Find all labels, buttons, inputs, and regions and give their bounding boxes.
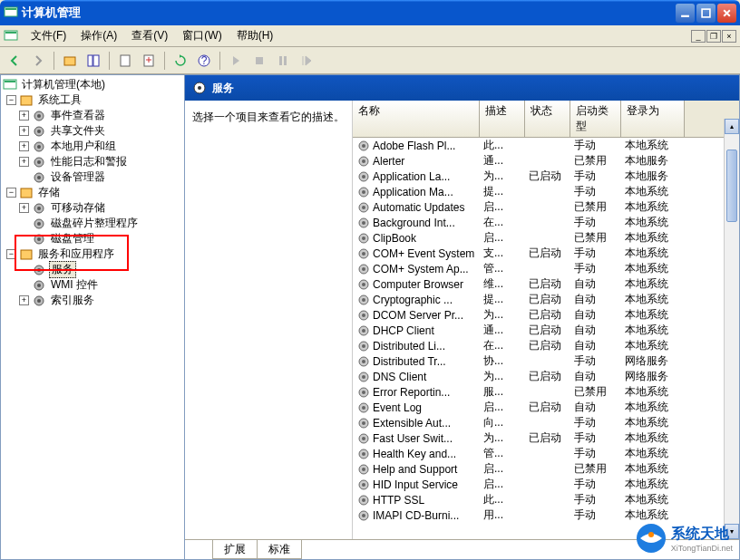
service-row[interactable]: ClipBook启...已禁用本地系统: [353, 230, 739, 246]
service-icon: [356, 169, 371, 184]
service-row[interactable]: Fast User Swit...为...已启动手动本地系统: [353, 430, 739, 446]
service-row[interactable]: DCOM Server Pr...为...已启动自动本地系统: [353, 307, 739, 323]
service-icon: [356, 493, 371, 507]
tree-item[interactable]: +事件查看器: [3, 108, 182, 123]
gear-icon: [32, 278, 46, 293]
service-row[interactable]: HID Input Service启...手动本地系统: [353, 477, 739, 492]
tree-item-label: 性能日志和警报: [49, 154, 129, 169]
properties-button[interactable]: [114, 50, 136, 72]
vertical-scrollbar[interactable]: ▴ ▾: [724, 119, 739, 539]
service-row[interactable]: Automatic Updates启...已禁用本地系统: [353, 199, 739, 215]
service-row[interactable]: Help and Support启...已禁用本地系统: [353, 461, 739, 477]
col-startup[interactable]: 启动类型: [570, 101, 621, 137]
menu-help[interactable]: 帮助(H): [229, 26, 281, 45]
stop-button[interactable]: [248, 50, 270, 72]
service-row[interactable]: DHCP Client通...已启动自动本地系统: [353, 323, 739, 338]
svc-desc: 维...: [480, 276, 525, 292]
services-list[interactable]: 名称 描述 状态 启动类型 登录为 Adobe Flash Pl...此...手…: [353, 101, 739, 539]
tree-toggle[interactable]: +: [19, 157, 29, 167]
refresh-button[interactable]: [170, 50, 191, 72]
tree-toggle[interactable]: +: [19, 203, 29, 213]
tab-standard[interactable]: 标准: [257, 540, 302, 559]
tree-toggle[interactable]: +: [19, 111, 29, 121]
service-row[interactable]: HTTP SSL此...手动本地系统: [353, 492, 739, 507]
service-row[interactable]: Application Ma...提...手动本地系统: [353, 184, 739, 199]
mdi-close-button[interactable]: ×: [722, 30, 736, 43]
svg-rect-29: [21, 188, 32, 198]
service-row[interactable]: Distributed Tr...协...手动网络服务: [353, 353, 739, 369]
close-button[interactable]: [717, 4, 736, 23]
tree-item[interactable]: +可移动存储: [3, 200, 182, 216]
service-row[interactable]: Computer Browser维...已启动自动本地系统: [353, 276, 739, 292]
svg-point-68: [362, 314, 365, 317]
service-row[interactable]: Extensible Aut...向...手动本地系统: [353, 415, 739, 430]
maximize-button[interactable]: [696, 4, 716, 23]
service-row[interactable]: Distributed Li...在...已启动自动本地系统: [353, 338, 739, 353]
tree-item[interactable]: +性能日志和警报: [3, 154, 182, 169]
svg-point-78: [362, 391, 365, 394]
tree-item[interactable]: 设备管理器: [3, 169, 182, 185]
tree-root[interactable]: 计算机管理(本地): [3, 77, 182, 92]
play-button[interactable]: [225, 50, 247, 72]
tree-toggle[interactable]: −: [6, 188, 16, 198]
menu-view[interactable]: 查看(V): [124, 26, 175, 45]
forward-button[interactable]: [27, 50, 49, 72]
tree-item[interactable]: +本地用户和组: [3, 139, 182, 154]
tree-item[interactable]: +共享文件夹: [3, 123, 182, 139]
service-row[interactable]: Error Reportin...服...已禁用本地系统: [353, 384, 739, 400]
tree-toggle[interactable]: +: [19, 126, 29, 136]
show-hide-button[interactable]: [83, 50, 104, 72]
service-row[interactable]: COM+ Event System支...已启动手动本地系统: [353, 246, 739, 261]
up-button[interactable]: [59, 50, 81, 72]
svc-status: 已启动: [525, 338, 570, 353]
tree-group[interactable]: −系统工具: [3, 92, 182, 108]
mdi-minimize-button[interactable]: _: [691, 30, 706, 43]
export-button[interactable]: [138, 50, 160, 72]
service-icon: [356, 308, 371, 323]
folder-icon: [19, 186, 34, 200]
menu-action[interactable]: 操作(A): [73, 26, 124, 45]
svc-status: 已启动: [525, 276, 570, 292]
menu-window[interactable]: 窗口(W): [175, 26, 229, 45]
help-button[interactable]: ?: [193, 50, 215, 72]
tree-toggle[interactable]: −: [6, 95, 16, 105]
service-row[interactable]: Health Key and...管...手动本地系统: [353, 446, 739, 461]
svc-logon: 本地系统: [621, 384, 685, 400]
service-row[interactable]: Alerter通...已禁用本地服务: [353, 153, 739, 169]
tree-group[interactable]: −存储: [3, 185, 182, 200]
tree-toggle[interactable]: +: [19, 141, 29, 151]
svc-desc: 提...: [480, 184, 525, 199]
minimize-button[interactable]: [676, 4, 695, 23]
col-logon[interactable]: 登录为: [621, 101, 685, 137]
svg-point-44: [198, 86, 201, 90]
service-row[interactable]: Adobe Flash Pl...此...手动本地系统: [353, 138, 739, 153]
service-row[interactable]: Background Int...在...手动本地系统: [353, 215, 739, 230]
svc-desc: 为...: [480, 169, 525, 184]
scroll-up-button[interactable]: ▴: [725, 119, 739, 134]
titlebar: 计算机管理: [0, 0, 740, 25]
tree-panel[interactable]: 计算机管理(本地) −系统工具+事件查看器+共享文件夹+本地用户和组+性能日志和…: [0, 74, 185, 560]
mdi-restore-button[interactable]: ❐: [706, 30, 721, 43]
service-row[interactable]: Event Log启...已启动自动本地系统: [353, 400, 739, 415]
tree-item[interactable]: +索引服务: [3, 293, 182, 308]
service-icon: [356, 185, 371, 199]
tree-item[interactable]: WMI 控件: [3, 277, 182, 293]
col-status[interactable]: 状态: [525, 101, 570, 137]
restart-button[interactable]: [296, 50, 317, 72]
scroll-thumb[interactable]: [726, 150, 737, 222]
tree-item[interactable]: 磁盘碎片整理程序: [3, 216, 182, 231]
service-row[interactable]: COM+ System Ap...管...手动本地系统: [353, 261, 739, 276]
tree-toggle[interactable]: +: [19, 295, 29, 305]
service-row[interactable]: IMAPI CD-Burni...用...手动本地系统: [353, 507, 739, 523]
tab-extended[interactable]: 扩展: [212, 540, 258, 559]
svc-desc: 此...: [480, 138, 525, 153]
service-row[interactable]: DNS Client为...已启动自动网络服务: [353, 369, 739, 384]
col-desc[interactable]: 描述: [480, 101, 525, 137]
menu-file[interactable]: 文件(F): [24, 26, 73, 45]
back-button[interactable]: [4, 50, 25, 72]
col-name[interactable]: 名称: [353, 101, 480, 137]
svc-startup: 已禁用: [570, 461, 621, 477]
service-row[interactable]: Cryptographic ...提...已启动自动本地系统: [353, 292, 739, 307]
service-row[interactable]: Application La...为...已启动手动本地服务: [353, 169, 739, 184]
pause-button[interactable]: [272, 50, 294, 72]
